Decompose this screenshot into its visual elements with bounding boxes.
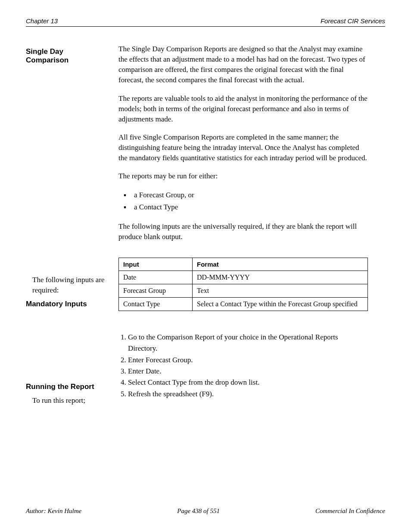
footer-confidential: Commercial In Confidence bbox=[315, 507, 385, 515]
running-label: Running the Report bbox=[26, 383, 114, 391]
table-row: Date DD-MMM-YYYY bbox=[119, 271, 368, 284]
intro-para-4: The reports may be run for either: bbox=[118, 171, 368, 181]
running-lead: To run this report; bbox=[32, 395, 116, 406]
after-bullets-para: The following inputs are the universally… bbox=[118, 221, 368, 242]
inputs-label: Mandatory Inputs bbox=[26, 300, 114, 308]
intro-para-3: All five Single Comparison Reports are c… bbox=[118, 132, 368, 163]
footer-author: Author: Kevin Hulme bbox=[26, 507, 81, 515]
list-item: a Contact Type bbox=[118, 201, 368, 213]
step-item: Enter Date. bbox=[128, 366, 368, 377]
step-item: Refresh the spreadsheet (F9). bbox=[128, 389, 368, 400]
list-item: a Forecast Group, or bbox=[118, 189, 368, 201]
step-item: Enter Forecast Group. bbox=[128, 355, 368, 366]
table-header-format: Format bbox=[193, 258, 368, 271]
inputs-table: Input Format Date DD-MMM-YYYY Forecast G… bbox=[118, 258, 368, 311]
intro-para-2: The reports are valuable tools to aid th… bbox=[118, 93, 368, 124]
table-row: Contact Type Select a Contact Type withi… bbox=[119, 298, 368, 311]
run-options-list: a Forecast Group, or a Contact Type bbox=[118, 189, 368, 212]
table-row: Forecast Group Text bbox=[119, 284, 368, 298]
section-title: Single Day Comparison bbox=[26, 47, 114, 65]
intro-para-1: The Single Day Comparison Reports are de… bbox=[118, 44, 368, 86]
table-header-input: Input bbox=[119, 258, 193, 271]
step-item: Go to the Comparison Report of your choi… bbox=[128, 332, 368, 355]
header-section: Forecast CIR Services bbox=[321, 17, 385, 25]
footer-page: Page 438 of 551 bbox=[177, 507, 220, 515]
inputs-lead: The following inputs are required: bbox=[32, 275, 116, 296]
step-item: Select Contact Type from the drop down l… bbox=[128, 377, 368, 388]
steps-list: Go to the Comparison Report of your choi… bbox=[118, 332, 368, 400]
header-chapter: Chapter 13 bbox=[26, 17, 58, 25]
